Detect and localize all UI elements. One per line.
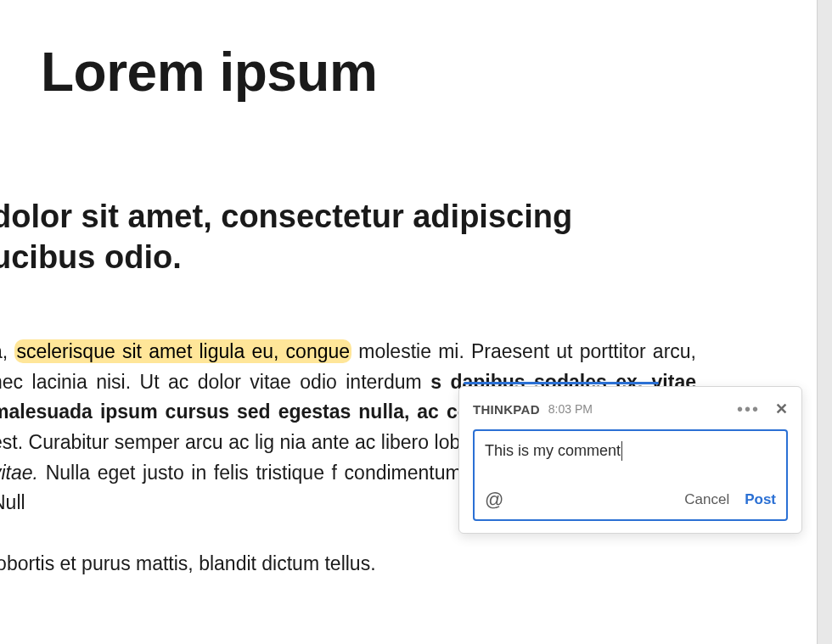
document-title[interactable]: Lorem ipsum xyxy=(41,41,832,104)
document-subheading[interactable]: dolor sit amet, consectetur adipiscing u… xyxy=(0,197,832,277)
subheading-line-1: dolor sit amet, consectetur adipiscing xyxy=(0,199,572,234)
text-fragment: a, xyxy=(0,340,14,362)
comment-timestamp: 8:03 PM xyxy=(548,402,593,416)
text-fragment: Nulla eget justo in felis tristique f co… xyxy=(38,462,475,484)
comment-anchor-indicator xyxy=(464,382,659,384)
comment-header-actions: ••• ✕ xyxy=(737,400,788,417)
post-button[interactable]: Post xyxy=(745,491,776,508)
comment-card: THINKPAD 8:03 PM ••• ✕ This is my commen… xyxy=(458,386,802,534)
comment-header: THINKPAD 8:03 PM ••• ✕ xyxy=(473,400,788,417)
comment-input-footer: @ Cancel Post xyxy=(485,489,776,511)
page-margin xyxy=(817,0,832,644)
highlighted-text-1[interactable]: scelerisque sit amet ligula eu, congue xyxy=(14,339,351,363)
subheading-line-2: ucibus odio. xyxy=(0,239,182,275)
text-fragment: Null xyxy=(0,491,25,513)
mention-icon[interactable]: @ xyxy=(485,489,503,511)
cancel-button[interactable]: Cancel xyxy=(684,491,729,508)
close-icon[interactable]: ✕ xyxy=(775,401,788,417)
comment-input[interactable]: This is my comment @ Cancel Post xyxy=(473,429,788,521)
body-paragraph-tail[interactable]: lobortis et purus mattis, blandit dictum… xyxy=(0,552,832,575)
more-options-icon[interactable]: ••• xyxy=(737,400,760,417)
comment-text-content[interactable]: This is my comment xyxy=(485,441,622,461)
comment-author: THINKPAD xyxy=(473,402,540,417)
